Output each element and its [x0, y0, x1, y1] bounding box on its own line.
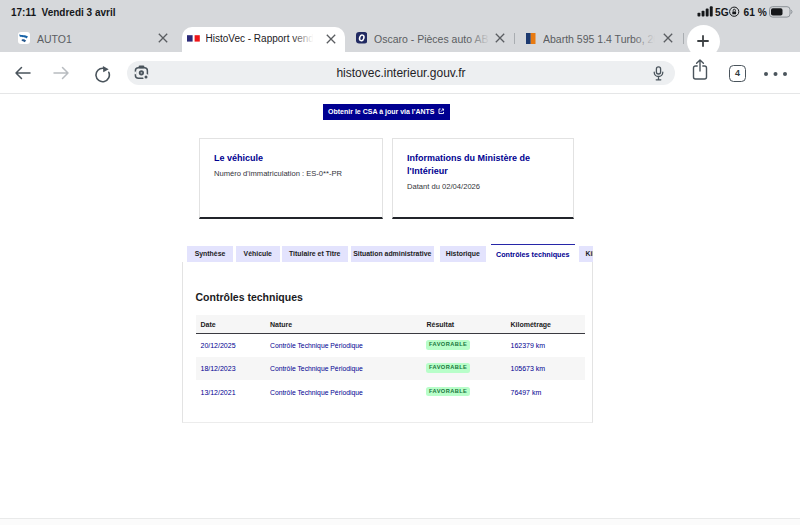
svg-text:61 %: 61 %: [744, 7, 767, 18]
svg-text:5G: 5G: [715, 7, 729, 18]
